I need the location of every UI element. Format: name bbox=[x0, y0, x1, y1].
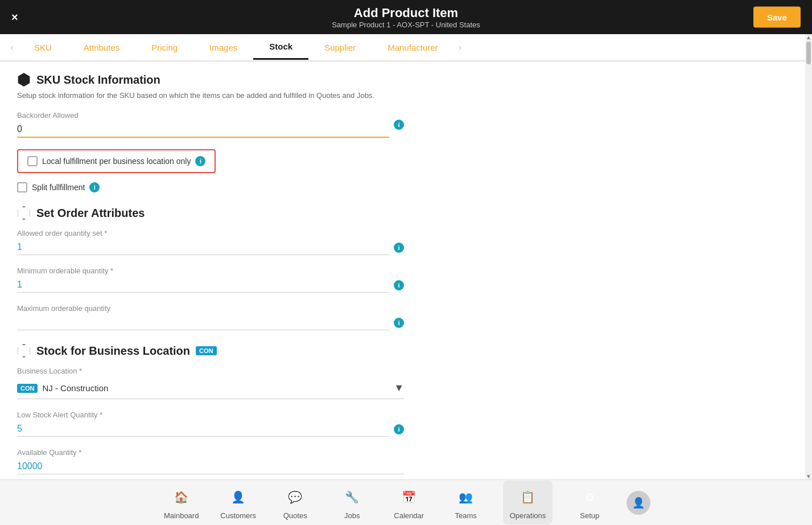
tab-stock[interactable]: Stock bbox=[253, 35, 308, 60]
local-fulfillment-info-icon[interactable]: i bbox=[195, 156, 205, 166]
scrollbar-up-arrow[interactable]: ▲ bbox=[805, 34, 812, 40]
header: × Add Product Item Sample Product 1 - AO… bbox=[0, 0, 812, 34]
local-fulfillment-wrapper[interactable]: Local fulfillment per business location … bbox=[17, 149, 216, 173]
jobs-icon: 🔧 bbox=[340, 485, 364, 509]
quotes-label: Quotes bbox=[283, 511, 307, 520]
nav-setup[interactable]: ⚙ Setup bbox=[570, 485, 609, 520]
business-location-dropdown-arrow[interactable]: ▼ bbox=[394, 382, 404, 394]
max-qty-input[interactable] bbox=[17, 315, 389, 330]
backorder-info-icon[interactable]: i bbox=[394, 120, 404, 130]
backorder-allowed-field: Backorder Allowed i bbox=[17, 111, 795, 138]
business-location-dropdown[interactable]: CON NJ - Construction ▼ bbox=[17, 378, 404, 399]
business-location-field: Business Location * CON NJ - Constructio… bbox=[17, 367, 795, 399]
nav-teams[interactable]: 👥 Teams bbox=[446, 485, 486, 520]
tab-attributes[interactable]: Attributes bbox=[68, 36, 135, 59]
min-qty-label: Minimum orderable quantity * bbox=[17, 266, 795, 275]
min-qty-info-icon[interactable]: i bbox=[394, 280, 404, 290]
customers-label: Customers bbox=[220, 511, 256, 520]
min-qty-field: Minimum orderable quantity * i bbox=[17, 266, 795, 293]
setup-icon: ⚙ bbox=[578, 485, 601, 509]
available-qty-field: Available Quantity * bbox=[17, 448, 795, 474]
tab-manufacturer[interactable]: Manufacturer bbox=[372, 36, 454, 59]
teams-label: Teams bbox=[455, 511, 477, 520]
jobs-label: Jobs bbox=[344, 511, 360, 520]
low-stock-input[interactable] bbox=[17, 421, 389, 437]
low-stock-label: Low Stock Alert Quantity * bbox=[17, 411, 795, 419]
calendar-icon: 📅 bbox=[397, 485, 421, 509]
tabs-bar: ‹ SKU Attributes Pricing Images Stock Su… bbox=[0, 34, 812, 61]
stock-business-header: Stock for Business Location CON bbox=[17, 344, 795, 358]
allowed-qty-input[interactable] bbox=[17, 240, 389, 255]
operations-icon: 📋 bbox=[516, 485, 540, 509]
sku-stock-description: Setup stock information for the SKU base… bbox=[17, 91, 795, 100]
tab-images[interactable]: Images bbox=[193, 36, 253, 59]
business-location-badge: CON bbox=[17, 384, 38, 393]
low-stock-info-icon[interactable]: i bbox=[394, 424, 404, 434]
scrollbar-track: ▲ ▼ bbox=[805, 34, 812, 479]
sku-stock-section-header: SKU Stock Information bbox=[17, 73, 795, 87]
tab-sku[interactable]: SKU bbox=[18, 36, 68, 59]
set-order-header: Set Order Attributes bbox=[17, 206, 795, 220]
mainboard-label: Mainboard bbox=[164, 511, 199, 520]
available-qty-label: Available Quantity * bbox=[17, 448, 795, 457]
sku-stock-title: SKU Stock Information bbox=[36, 73, 160, 87]
set-order-title: Set Order Attributes bbox=[36, 207, 145, 220]
local-fulfillment-label: Local fulfillment per business location … bbox=[42, 157, 191, 166]
setup-label: Setup bbox=[580, 511, 599, 520]
nav-customers[interactable]: 👤 Customers bbox=[219, 485, 258, 520]
tabs-right-arrow[interactable]: › bbox=[454, 42, 467, 54]
local-fulfillment-row: Local fulfillment per business location … bbox=[17, 149, 795, 173]
stock-business-badge: CON bbox=[196, 346, 216, 355]
mainboard-icon: 🏠 bbox=[170, 485, 193, 509]
stock-business-section: Stock for Business Location CON Business… bbox=[17, 344, 795, 474]
split-fulfillment-label: Split fullfillment bbox=[32, 183, 85, 192]
available-qty-input[interactable] bbox=[17, 459, 404, 474]
allowed-qty-field: Allowed order quantity set * i bbox=[17, 229, 795, 255]
tab-supplier[interactable]: Supplier bbox=[308, 36, 372, 59]
set-order-hexagon-icon bbox=[17, 206, 31, 220]
max-qty-label: Maximum orderable quantity bbox=[17, 304, 795, 313]
content-area: SKU Stock Information Setup stock inform… bbox=[0, 61, 812, 479]
split-fulfillment-checkbox[interactable] bbox=[17, 182, 27, 192]
page-title: Add Product Item bbox=[332, 6, 480, 20]
allowed-qty-info-icon[interactable]: i bbox=[394, 243, 404, 253]
customers-icon: 👤 bbox=[226, 485, 250, 509]
bottom-navigation: 🏠 Mainboard 👤 Customers 💬 Quotes 🔧 Jobs … bbox=[0, 479, 812, 525]
max-qty-info-icon[interactable]: i bbox=[394, 318, 404, 328]
save-button[interactable]: Save bbox=[753, 7, 801, 28]
tabs-left-arrow[interactable]: ‹ bbox=[6, 42, 18, 54]
operations-label: Operations bbox=[510, 511, 546, 520]
user-avatar[interactable]: 👤 bbox=[626, 491, 650, 515]
backorder-input[interactable] bbox=[17, 122, 389, 138]
stock-business-hexagon-icon bbox=[17, 344, 31, 358]
stock-business-title: Stock for Business Location bbox=[36, 344, 190, 358]
nav-operations[interactable]: 📋 Operations bbox=[503, 481, 553, 524]
nav-mainboard[interactable]: 🏠 Mainboard bbox=[162, 485, 201, 520]
scrollbar-down-arrow[interactable]: ▼ bbox=[805, 473, 812, 479]
tab-pricing[interactable]: Pricing bbox=[135, 36, 193, 59]
close-button[interactable]: × bbox=[11, 11, 18, 24]
nav-calendar[interactable]: 📅 Calendar bbox=[389, 485, 429, 520]
split-fulfillment-row: Split fullfillment i bbox=[17, 182, 795, 192]
business-location-value: NJ - Construction bbox=[42, 383, 108, 393]
business-location-label: Business Location * bbox=[17, 367, 795, 375]
header-title: Add Product Item Sample Product 1 - AOX-… bbox=[332, 6, 480, 29]
page-subtitle: Sample Product 1 - AOX-SPT - United Stat… bbox=[332, 20, 480, 29]
nav-quotes[interactable]: 💬 Quotes bbox=[275, 485, 315, 520]
calendar-label: Calendar bbox=[394, 511, 424, 520]
allowed-qty-label: Allowed order quantity set * bbox=[17, 229, 795, 237]
sku-hexagon-icon bbox=[17, 73, 31, 87]
nav-jobs[interactable]: 🔧 Jobs bbox=[332, 485, 372, 520]
split-fulfillment-info-icon[interactable]: i bbox=[89, 182, 100, 192]
scrollbar-thumb[interactable] bbox=[806, 42, 811, 64]
local-fulfillment-checkbox[interactable] bbox=[27, 156, 38, 166]
backorder-label: Backorder Allowed bbox=[17, 111, 389, 120]
set-order-section: Set Order Attributes Allowed order quant… bbox=[17, 206, 795, 330]
low-stock-field: Low Stock Alert Quantity * i bbox=[17, 411, 795, 437]
teams-icon: 👥 bbox=[454, 485, 478, 509]
min-qty-input[interactable] bbox=[17, 277, 389, 293]
max-qty-field: Maximum orderable quantity i bbox=[17, 304, 795, 330]
quotes-icon: 💬 bbox=[283, 485, 307, 509]
